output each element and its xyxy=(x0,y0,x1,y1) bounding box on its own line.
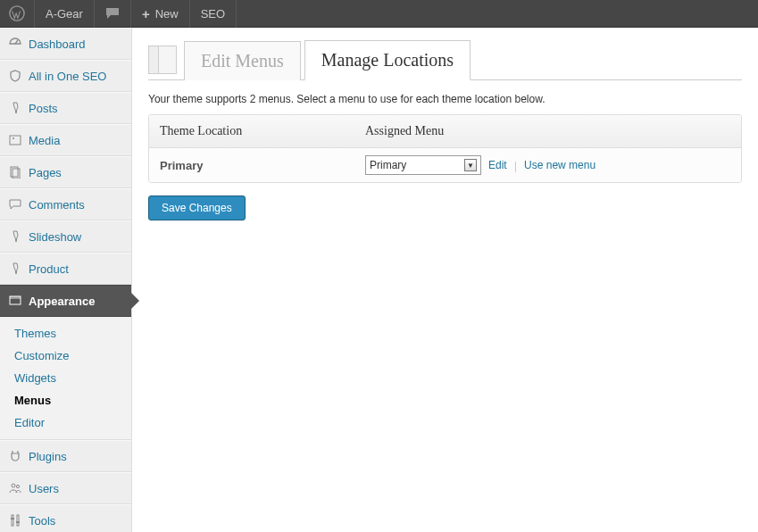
separator: | xyxy=(514,159,517,172)
page-description: Your theme supports 2 menus. Select a me… xyxy=(148,93,742,105)
svg-point-8 xyxy=(12,484,15,487)
cell-assigned: Primary ▼ Edit | Use new menu xyxy=(365,155,596,175)
svg-rect-13 xyxy=(16,521,20,523)
th-assigned-menu: Assigned Menu xyxy=(354,115,454,147)
wordpress-logo-icon xyxy=(9,5,25,21)
cell-location: Primary xyxy=(160,159,365,172)
comment-bubble-icon xyxy=(105,7,120,20)
sidebar-item-label: Slideshow xyxy=(29,230,81,244)
svg-rect-12 xyxy=(11,518,14,520)
new-content-item[interactable]: + New xyxy=(131,0,190,28)
tab-edit-menus[interactable]: Edit Menus xyxy=(184,41,301,80)
sidebar-item-pages[interactable]: Pages xyxy=(0,156,131,188)
chevron-down-icon: ▼ xyxy=(464,159,477,171)
users-icon xyxy=(7,481,23,495)
svg-rect-11 xyxy=(17,515,19,526)
svg-rect-2 xyxy=(10,136,21,145)
plus-icon: + xyxy=(142,6,150,21)
screen-icon xyxy=(148,46,177,74)
pin-icon xyxy=(7,101,23,115)
svg-point-9 xyxy=(16,485,19,487)
th-theme-location: Theme Location xyxy=(149,115,354,147)
new-label: New xyxy=(155,7,179,21)
nav-tabs: Edit Menus Manage Locations xyxy=(148,40,742,80)
table-header: Theme Location Assigned Menu xyxy=(149,115,741,148)
sidebar-item-label: Comments xyxy=(29,198,85,212)
submenu-menus[interactable]: Menus xyxy=(9,389,131,411)
site-name-item[interactable]: A-Gear xyxy=(35,0,95,28)
pages-icon xyxy=(7,165,23,179)
sidebar-item-tools[interactable]: Tools xyxy=(0,504,131,532)
sidebar-item-label: Appearance xyxy=(29,295,95,308)
sidebar-item-dashboard[interactable]: Dashboard xyxy=(0,28,131,60)
admin-sidebar: Dashboard All in One SEO Posts Media Pag… xyxy=(0,28,132,532)
sidebar-item-label: Plugins xyxy=(29,450,67,463)
svg-point-3 xyxy=(12,137,14,139)
sidebar-item-label: Media xyxy=(29,134,60,147)
seo-item[interactable]: SEO xyxy=(190,0,237,28)
admin-bar: A-Gear + New SEO xyxy=(0,0,758,28)
slideshow-icon xyxy=(7,229,23,244)
submenu-themes[interactable]: Themes xyxy=(9,322,131,345)
sidebar-item-label: Dashboard xyxy=(29,37,86,51)
tools-icon xyxy=(7,513,23,528)
wp-logo-item[interactable] xyxy=(0,0,35,28)
svg-rect-10 xyxy=(12,515,13,526)
submenu-customize[interactable]: Customize xyxy=(9,345,131,367)
comment-icon xyxy=(7,197,23,212)
sidebar-item-label: Users xyxy=(29,482,59,495)
use-new-menu-link[interactable]: Use new menu xyxy=(524,159,596,171)
sidebar-item-appearance[interactable]: Appearance xyxy=(0,285,131,317)
locations-table: Theme Location Assigned Menu Primary Pri… xyxy=(148,114,742,183)
submenu-widgets[interactable]: Widgets xyxy=(9,367,131,389)
sidebar-item-label: Pages xyxy=(29,166,62,179)
appearance-submenu: Themes Customize Widgets Menus Editor xyxy=(0,317,131,440)
submenu-editor[interactable]: Editor xyxy=(9,411,131,434)
appearance-icon xyxy=(7,294,23,308)
dashboard-icon xyxy=(7,37,23,51)
sidebar-item-label: Posts xyxy=(29,102,58,115)
comments-bubble-item[interactable] xyxy=(95,0,131,28)
sidebar-item-users[interactable]: Users xyxy=(0,472,131,504)
assigned-menu-select[interactable]: Primary ▼ xyxy=(365,155,481,175)
table-row: Primary Primary ▼ Edit | Use new menu xyxy=(149,148,741,182)
sidebar-item-posts[interactable]: Posts xyxy=(0,92,131,124)
tab-manage-locations[interactable]: Manage Locations xyxy=(304,40,471,80)
svg-rect-7 xyxy=(10,296,21,299)
main-content: Edit Menus Manage Locations Your theme s… xyxy=(132,28,758,532)
sidebar-item-label: All in One SEO xyxy=(29,70,106,83)
svg-point-0 xyxy=(10,6,24,21)
sidebar-item-media[interactable]: Media xyxy=(0,124,131,156)
media-icon xyxy=(7,133,23,147)
sidebar-item-product[interactable]: Product xyxy=(0,253,131,285)
select-value: Primary xyxy=(370,159,406,171)
sidebar-item-label: Product xyxy=(29,262,69,276)
shield-icon xyxy=(7,69,23,83)
plugins-icon xyxy=(7,449,23,463)
sidebar-item-slideshow[interactable]: Slideshow xyxy=(0,220,131,253)
sidebar-item-label: Tools xyxy=(29,514,55,528)
sidebar-item-plugins[interactable]: Plugins xyxy=(0,440,131,472)
sidebar-item-aioseo[interactable]: All in One SEO xyxy=(0,60,131,92)
sidebar-item-comments[interactable]: Comments xyxy=(0,188,131,220)
product-icon xyxy=(7,262,23,276)
edit-link[interactable]: Edit xyxy=(488,159,507,171)
save-changes-button[interactable]: Save Changes xyxy=(148,195,246,220)
